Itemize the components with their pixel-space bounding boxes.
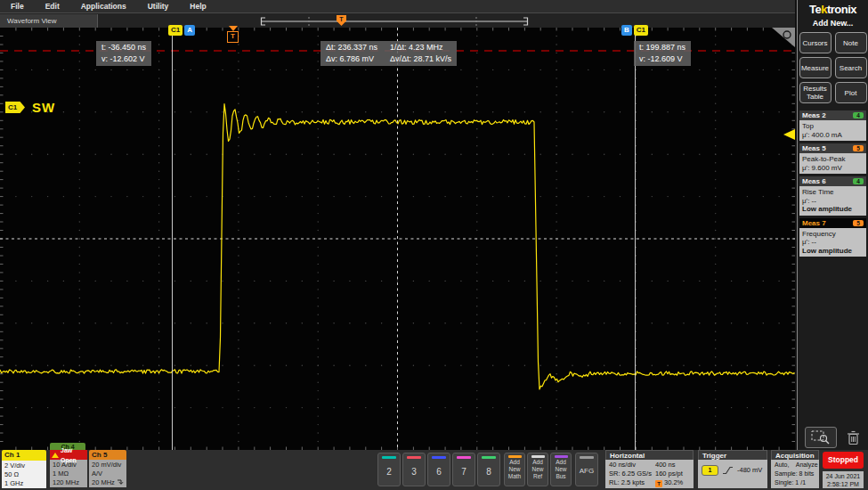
acquisition-single: Single: 1 /1	[775, 478, 819, 487]
cursor-b-time: t: 199.887 ns	[639, 42, 685, 53]
meas-7-badge[interactable]: Meas 7 5 Frequency μ': -- Low amplitude	[799, 218, 866, 257]
horizontal-position: 30.2%	[664, 478, 683, 486]
time: 2:58:12 PM	[823, 480, 864, 488]
note-button[interactable]: Note	[835, 32, 867, 53]
trash-button[interactable]	[842, 428, 864, 447]
box-zoom-icon	[811, 430, 831, 445]
ch1-termination: 50 Ω	[4, 470, 46, 479]
ch5-units: A/V	[92, 470, 126, 478]
menu-help[interactable]: Help	[190, 2, 206, 11]
channel-5-badge[interactable]: Ch 5 20 mV/div A/V 20 MHz	[89, 450, 126, 487]
cursor-delta-readout: Δt: 236.337 ns Δv: 6.786 mV 1/Δt: 4.23 M…	[320, 41, 457, 66]
trigger-position-icon: T	[655, 480, 662, 487]
meas-5-name: Peak-to-Peak	[802, 155, 864, 164]
tab-waveform-view[interactable]: Waveform View	[0, 14, 98, 29]
meas-7-source-chip: 5	[853, 220, 864, 226]
menu-applications[interactable]: Applications	[81, 2, 126, 11]
trigger-level: -480 mV	[737, 466, 762, 475]
afg-button[interactable]: AFG	[575, 453, 598, 486]
tektronix-logo: Tektronix	[798, 3, 868, 16]
menu-edit[interactable]: Edit	[45, 2, 60, 11]
acquisition-badge[interactable]: Acquisition Auto, Analyze Sample: 8 bits…	[771, 450, 819, 488]
slew-rate: Δv/Δt: 28.71 kV/s	[390, 53, 451, 65]
search-button[interactable]: Search	[835, 57, 867, 78]
record-view-bar	[258, 14, 536, 28]
meas-2-badge[interactable]: Meas 2 4 Top μ': 400.0 mA	[799, 110, 866, 141]
channel-3-button[interactable]: 3	[402, 453, 426, 486]
measure-button[interactable]: Measure	[799, 57, 831, 78]
box-zoom-button[interactable]	[805, 427, 837, 448]
cursor-a-badge[interactable]: A	[184, 25, 195, 36]
add-new-heading: Add New...	[798, 19, 868, 28]
run-stop-status-button[interactable]: Stopped	[823, 452, 864, 469]
cursor-b-badges: B C1	[621, 25, 648, 36]
channel-7-button[interactable]: 7	[452, 453, 475, 486]
record-length: RL: 2.5 kpts	[609, 478, 655, 487]
graticule-and-waveform	[0, 28, 795, 450]
cursor-b-line[interactable]	[635, 28, 636, 450]
cursor-a-channel-badge[interactable]: C1	[168, 25, 183, 36]
meas-2-source-chip: 4	[853, 112, 864, 118]
cursor-b-voltage: v: -12.609 V	[639, 53, 685, 65]
channel-1-badge[interactable]: Ch 1 2 V/div 50 Ω 1 GHz	[2, 450, 46, 488]
channel-8-button[interactable]: 8	[477, 453, 500, 486]
menu-utility[interactable]: Utility	[148, 2, 169, 11]
add-new-buttons: Cursors Note Measure Search Results Tabl…	[798, 32, 868, 103]
ch5-scale: 20 mV/div	[92, 461, 126, 470]
horizontal-scale: 40 ns/div	[609, 461, 655, 470]
date-time-display: 24 Jun 2021 2:58:12 PM	[823, 471, 864, 488]
meas-2-value: μ': 400.0 mA	[802, 131, 864, 140]
cursors-button[interactable]: Cursors	[799, 32, 831, 53]
meas-6-badge[interactable]: Meas 6 4 Rise Time μ': -- Low amplitude	[799, 176, 866, 216]
plot-button[interactable]: Plot	[835, 82, 867, 103]
meas-7-name: Frequency	[802, 230, 864, 239]
cursor-b-channel-badge[interactable]: C1	[634, 25, 648, 36]
channel-c1-tag[interactable]: C1	[5, 102, 25, 113]
sample-rate: SR: 6.25 GS/s	[609, 470, 655, 478]
meas-7-warning: Low amplitude	[802, 247, 864, 256]
settings-bar: Ch 1 2 V/div 50 Ω 1 GHz Ch 4 Jaw Open 10…	[0, 450, 868, 490]
inverse-delta-time: 1/Δt: 4.23 MHz	[390, 42, 451, 53]
sidebar-tools	[798, 427, 868, 450]
meas-7-value: μ': --	[802, 238, 864, 247]
channel-6-button[interactable]: 6	[427, 453, 450, 486]
warning-triangle-icon	[52, 453, 59, 458]
meas-6-source-chip: 4	[853, 178, 864, 184]
horizontal-window: 400 ns	[655, 461, 693, 470]
ch1-bandwidth: 1 GHz	[4, 479, 46, 488]
cursor-a-line[interactable]	[172, 28, 173, 450]
add-new-ref-button[interactable]: Add New Ref	[527, 453, 548, 486]
trigger-position-flag[interactable]: T	[227, 26, 239, 43]
cursor-a-badges: C1 A	[168, 25, 195, 36]
meas-2-name: Top	[802, 122, 864, 131]
date: 24 Jun 2021	[823, 472, 864, 480]
measurement-badge-list: Meas 2 4 Top μ': 400.0 mA Meas 5 5 Peak-…	[798, 110, 868, 257]
trigger-badge[interactable]: Trigger 1 -480 mV	[698, 450, 767, 488]
cursor-a-readout: t: -36.450 ns v: -12.602 V	[96, 41, 151, 66]
meas-5-badge[interactable]: Meas 5 5 Peak-to-Peak μ': 9.600 mV	[799, 143, 866, 174]
channel-waveform-label: C1 SW	[5, 100, 55, 115]
acquisition-mode: Auto, Analyze	[775, 461, 819, 470]
ch4-bandwidth: 120 MHz	[53, 478, 79, 486]
ch1-scale: 2 V/div	[4, 461, 46, 470]
delta-voltage: Δv: 6.786 mV	[326, 53, 377, 65]
cursor-b-badge[interactable]: B	[621, 25, 632, 36]
channel-4-badge[interactable]: Jaw Open 10 A/div 1 MΩ 120 MHz	[50, 450, 87, 487]
channel-2-button[interactable]: 2	[377, 453, 401, 486]
trigger-level-arrow[interactable]	[783, 129, 795, 140]
waveform-plot: C1 A B C1 t: -36.450 ns v: -12.602 V Δt:…	[0, 28, 795, 450]
channel-5-header: Ch 5	[89, 450, 126, 460]
results-table-button[interactable]: Results Table	[799, 82, 831, 103]
add-new-bus-button[interactable]: Add New Bus	[550, 453, 572, 486]
cursor-a-time: t: -36.450 ns	[101, 42, 146, 53]
trash-icon	[847, 430, 860, 445]
horizontal-badge[interactable]: Horizontal 40 ns/div 400 ns SR: 6.25 GS/…	[605, 450, 694, 488]
acquisition-sample: Sample: 8 bits	[775, 470, 819, 478]
menu-file[interactable]: File	[11, 2, 24, 11]
ch4-probe-warning: Jaw Open	[50, 450, 87, 460]
tab-bar: Waveform View T	[0, 12, 795, 28]
trigger-source-pill: 1	[702, 465, 718, 476]
sample-resolution: 160 ps/pt	[655, 470, 693, 478]
cursor-a-voltage: v: -12.602 V	[101, 53, 146, 65]
add-new-math-button[interactable]: Add New Math	[504, 453, 525, 486]
